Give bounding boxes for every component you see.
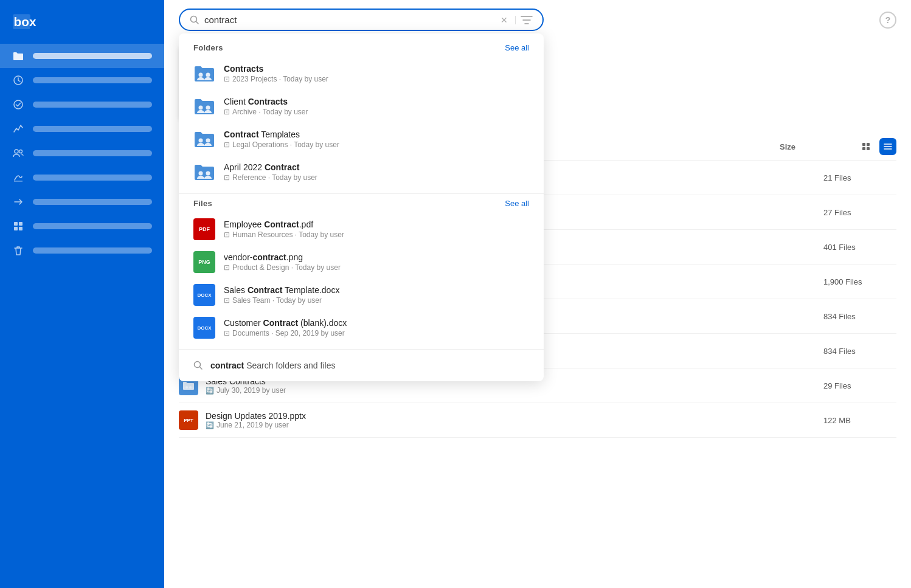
file-row-size: 834 Files bbox=[823, 347, 896, 356]
folder-result-meta: ⊡ Archive · Today by user bbox=[224, 108, 308, 116]
sidebar-item-all-files[interactable] bbox=[0, 44, 164, 68]
file-result-name: Customer Contract (blank).docx bbox=[224, 318, 347, 328]
file-result-meta: ⊡ Human Resources · Today by user bbox=[224, 230, 344, 239]
svg-point-16 bbox=[206, 139, 210, 143]
activity-icon bbox=[12, 123, 24, 135]
sidebar-item-label bbox=[33, 102, 152, 108]
search-suggestion-row[interactable]: contract Search folders and files bbox=[179, 355, 544, 376]
docx-file-icon: DOCX bbox=[193, 317, 215, 339]
folder-result-client-contracts[interactable]: Client Contracts ⊡ Archive · Today by us… bbox=[179, 90, 544, 123]
sidebar-item-apps[interactable] bbox=[0, 214, 164, 238]
svg-rect-9 bbox=[19, 227, 23, 230]
meta-folder-icon: ⊡ bbox=[224, 140, 230, 149]
folder-result-contract-templates[interactable]: Contract Templates ⊡ Legal Operations · … bbox=[179, 123, 544, 156]
sidebar-item-label bbox=[33, 77, 152, 83]
sidebar-item-label bbox=[33, 223, 152, 229]
file-result-vendor-contract[interactable]: PNG vendor-contract.png ⊡ Product & Desi… bbox=[179, 246, 544, 278]
main-content: ✕ Folders See all bbox=[164, 0, 911, 588]
check-icon bbox=[12, 99, 24, 111]
meta-folder-icon: ⊡ bbox=[224, 230, 230, 239]
svg-point-24 bbox=[185, 386, 188, 389]
meta-folder-icon: ⊡ bbox=[224, 329, 230, 337]
svg-point-13 bbox=[199, 106, 203, 110]
folder-result-name: Contract Templates bbox=[224, 130, 339, 139]
meta-folder-icon: ⊡ bbox=[224, 108, 230, 116]
folder-result-icon bbox=[193, 95, 215, 117]
folder-result-icon bbox=[193, 161, 215, 183]
sidebar-item-label bbox=[33, 175, 152, 181]
file-result-sales-contract[interactable]: DOCX Sales Contract Template.docx ⊡ Sale… bbox=[179, 278, 544, 311]
meta-folder-icon: ⊡ bbox=[224, 173, 230, 182]
png-file-icon: PNG bbox=[193, 251, 215, 273]
folder-result-contracts[interactable]: Contracts ⊡ 2023 Projects · Today by use… bbox=[179, 57, 544, 90]
file-row-size: 401 Files bbox=[823, 243, 896, 252]
file-result-name: vendor-contract.png bbox=[224, 252, 341, 262]
file-result-name: Sales Contract Template.docx bbox=[224, 285, 339, 295]
files-section-header: Files See all bbox=[179, 199, 544, 213]
logo-area: box bbox=[0, 0, 164, 44]
help-button[interactable]: ? bbox=[879, 12, 896, 29]
file-result-meta: ⊡ Sales Team · Today by user bbox=[224, 296, 339, 305]
search-input[interactable] bbox=[204, 15, 496, 25]
folder-result-icon bbox=[193, 128, 215, 150]
sidebar-item-groups[interactable] bbox=[0, 141, 164, 165]
sidebar-item-activity[interactable] bbox=[0, 117, 164, 141]
file-row-name: Design Updates 2019.pptx bbox=[206, 411, 816, 421]
grid-view-button[interactable] bbox=[857, 138, 875, 155]
files-see-all-button[interactable]: See all bbox=[505, 199, 529, 208]
file-row-size: 834 Files bbox=[823, 312, 896, 321]
sidebar-item-signatures[interactable] bbox=[0, 165, 164, 190]
search-icon bbox=[190, 15, 199, 25]
folder-result-april-contract[interactable]: April 2022 Contract ⊡ Reference · Today … bbox=[179, 156, 544, 189]
search-suggestion-text: contract Search folders and files bbox=[210, 361, 335, 370]
svg-point-4 bbox=[15, 150, 18, 153]
sidebar-item-relay[interactable] bbox=[0, 190, 164, 214]
sidebar-item-label bbox=[33, 126, 152, 132]
signature-icon bbox=[12, 171, 24, 184]
svg-point-17 bbox=[199, 171, 203, 176]
clock-icon bbox=[12, 74, 24, 86]
size-column-header: Size bbox=[780, 142, 853, 151]
file-result-customer-contract[interactable]: DOCX Customer Contract (blank).docx ⊡ Do… bbox=[179, 311, 544, 344]
file-row-design-updates[interactable]: PPT Design Updates 2019.pptx 🔄 June 21, … bbox=[179, 403, 896, 438]
svg-point-11 bbox=[199, 73, 203, 77]
trash-icon bbox=[12, 244, 24, 257]
file-row-size: 21 Files bbox=[823, 173, 896, 182]
folder-result-name: April 2022 Contract bbox=[224, 162, 317, 172]
svg-point-3 bbox=[14, 100, 23, 109]
file-row-info: Design Updates 2019.pptx 🔄 June 21, 2019… bbox=[206, 411, 816, 429]
clear-search-button[interactable]: ✕ bbox=[501, 15, 508, 25]
file-result-info: Customer Contract (blank).docx ⊡ Documen… bbox=[224, 318, 347, 337]
docx-file-icon: DOCX bbox=[193, 284, 215, 306]
box-logo-icon: box bbox=[12, 11, 44, 33]
filter-toggle-button[interactable] bbox=[515, 16, 533, 24]
sidebar-item-tasks[interactable] bbox=[0, 92, 164, 117]
file-result-name: Employee Contract.pdf bbox=[224, 220, 344, 229]
svg-point-5 bbox=[19, 150, 23, 153]
svg-point-18 bbox=[206, 171, 210, 176]
sidebar-item-label bbox=[33, 199, 152, 205]
sidebar-item-trash[interactable] bbox=[0, 238, 164, 263]
file-row-size: 1,900 Files bbox=[823, 277, 896, 286]
sidebar-item-label bbox=[33, 53, 152, 59]
files-section-title: Files bbox=[193, 199, 212, 208]
svg-rect-23 bbox=[867, 147, 870, 150]
folder-result-info: Contract Templates ⊡ Legal Operations · … bbox=[224, 130, 339, 149]
file-result-employee-contract[interactable]: PDF Employee Contract.pdf ⊡ Human Resour… bbox=[179, 213, 544, 246]
folder-result-meta: ⊡ 2023 Projects · Today by user bbox=[224, 75, 328, 83]
folders-see-all-button[interactable]: See all bbox=[505, 43, 529, 52]
meta-folder-icon: ⊡ bbox=[224, 296, 230, 305]
svg-point-25 bbox=[189, 386, 192, 389]
svg-point-12 bbox=[206, 73, 210, 77]
list-view-button[interactable] bbox=[879, 138, 896, 155]
folder-result-info: Contracts ⊡ 2023 Projects · Today by use… bbox=[224, 64, 328, 83]
svg-rect-22 bbox=[862, 147, 865, 150]
file-result-meta: ⊡ Product & Design · Today by user bbox=[224, 263, 341, 272]
section-divider bbox=[179, 193, 544, 194]
search-box: ✕ bbox=[179, 9, 544, 31]
pdf-file-icon: PDF bbox=[193, 218, 215, 240]
sidebar-item-recents[interactable] bbox=[0, 68, 164, 92]
meta-folder-icon: ⊡ bbox=[224, 75, 230, 83]
groups-icon bbox=[12, 147, 24, 159]
folder-result-name: Client Contracts bbox=[224, 97, 308, 106]
